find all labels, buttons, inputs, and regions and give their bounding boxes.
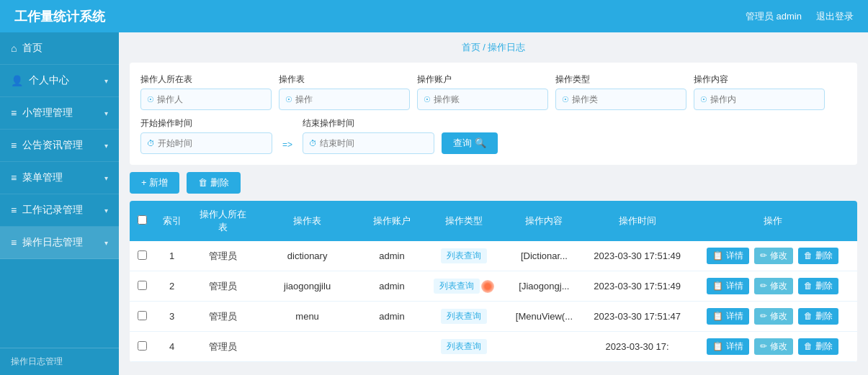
chevron-down-icon: ▾ [104, 239, 108, 247]
delete-button[interactable]: 🗑 删除 [798, 338, 838, 355]
sidebar-item-admin-mgmt[interactable]: ≡ 小管理管理 ▾ [0, 97, 119, 130]
row-action-cell: 📋 详情 ✏ 修改 🗑 删除 [688, 241, 857, 271]
chevron-down-icon: ▾ [104, 109, 108, 117]
row-time: 2023-03-30 17:51:49 [586, 271, 688, 302]
sidebar-item-work-mgmt[interactable]: ≡ 工作记录管理 ▾ [0, 194, 119, 227]
filter-input-op-content: ☉ [694, 89, 825, 110]
row-checkbox[interactable] [138, 341, 147, 351]
start-time-input[interactable] [158, 138, 266, 148]
detail-button[interactable]: 📋 详情 [707, 248, 748, 264]
filter-group-op-type: 操作类型 ☉ [555, 73, 686, 110]
add-button[interactable]: + 新增 [130, 172, 179, 194]
filter-label-operator-table: 操作人所在表 [140, 73, 272, 86]
logout-link[interactable]: 退出登录 [816, 10, 854, 23]
row-checkbox[interactable] [138, 281, 147, 290]
edit-button[interactable]: ✏ 修改 [754, 338, 792, 355]
delete-button[interactable]: 🗑 删除 [798, 308, 838, 325]
row-action-cell: 📋 详情 ✏ 修改 🗑 删除 [688, 332, 857, 362]
filter-group-operator-table: 操作人所在表 ☉ [140, 73, 272, 110]
sidebar-item-label: 工作记录管理 [22, 204, 83, 217]
header-index-col: 索引 [155, 201, 189, 241]
breadcrumb-separator: / [483, 42, 486, 53]
row-checkbox-cell [130, 271, 155, 302]
header-right: 管理员 admin 退出登录 [746, 10, 854, 23]
op-table-input[interactable] [295, 94, 403, 104]
filter-input-end-time: ⏱ [303, 132, 434, 154]
row-index: 4 [155, 332, 189, 362]
table-header-row: 索引 操作人所在表 操作表 操作账户 操作类型 操作内容 操作时间 操作 [130, 201, 857, 241]
delete-button[interactable]: 🗑 删除 [798, 278, 838, 294]
filter-label-start-time: 开始操作时间 [140, 117, 272, 130]
delete-button[interactable]: 🗑 删除 [798, 248, 838, 264]
data-table-wrap: 索引 操作人所在表 操作表 操作账户 操作类型 操作内容 操作时间 操作 1 管… [130, 201, 857, 362]
sidebar-item-personal[interactable]: 👤 个人中心 ▾ [0, 65, 119, 97]
row-account: admin [358, 271, 426, 302]
header-content-col: 操作内容 [502, 201, 586, 241]
header-time-col: 操作时间 [586, 201, 688, 241]
op-account-input[interactable] [434, 94, 542, 104]
arrow-separator: => [282, 140, 292, 154]
row-content: [Dictionar... [502, 241, 586, 271]
sidebar-bottom-label: 操作日志管理 [0, 348, 119, 375]
sidebar: ⌂ 首页 👤 个人中心 ▾ ≡ 小管理管理 ▾ ≡ 公告资讯管理 ▾ [0, 32, 119, 375]
layout: ⌂ 首页 👤 个人中心 ▾ ≡ 小管理管理 ▾ ≡ 公告资讯管理 ▾ [0, 32, 868, 375]
row-action-cell: 📋 详情 ✏ 修改 🗑 删除 [688, 271, 857, 302]
sidebar-item-log-mgmt[interactable]: ≡ 操作日志管理 ▾ [0, 227, 119, 259]
sidebar-item-label: 个人中心 [29, 74, 69, 87]
row-op-table: jiaogongjilu [256, 271, 358, 302]
row-account: admin [358, 302, 426, 332]
row-time: 2023-03-30 17:51:49 [586, 241, 688, 271]
header-op-table-col: 操作表 [256, 201, 358, 241]
row-content [502, 332, 586, 362]
row-type: 列表查询 [426, 241, 502, 271]
select-all-checkbox[interactable] [138, 215, 147, 225]
edit-button[interactable]: ✏ 修改 [754, 308, 792, 325]
filter-label-op-type: 操作类型 [555, 73, 686, 86]
sidebar-item-home[interactable]: ⌂ 首页 [0, 32, 119, 65]
operator-table-input[interactable] [157, 94, 265, 104]
cursor-indicator [481, 280, 494, 293]
row-content: [MenuView(... [502, 302, 586, 332]
row-checkbox[interactable] [138, 250, 147, 260]
filter-input-operator-table: ☉ [140, 89, 272, 110]
row-operator-table: 管理员 [189, 241, 256, 271]
filter-group-end-time: 结束操作时间 ⏱ [303, 117, 434, 154]
main-content: 首页 / 操作日志 操作人所在表 ☉ 操作表 ☉ [119, 32, 868, 375]
row-type: 列表查询 [426, 332, 502, 362]
query-button[interactable]: 查询 🔍 [442, 132, 498, 154]
detail-button[interactable]: 📋 详情 [707, 338, 748, 355]
row-type: 列表查询 [426, 302, 502, 332]
user-icon: ☉ [147, 95, 154, 104]
chevron-down-icon: ▾ [104, 77, 108, 85]
home-icon: ⌂ [11, 42, 17, 54]
sidebar-item-menu-mgmt[interactable]: ≡ 菜单管理 ▾ [0, 162, 119, 194]
edit-button[interactable]: ✏ 修改 [754, 278, 792, 294]
type-tag: 列表查询 [441, 248, 487, 263]
table-row: 4 管理员 列表查询 2023-03-30 17: 📋 详情 ✏ 修改 🗑 删除 [130, 332, 857, 362]
row-time: 2023-03-30 17: [586, 332, 688, 362]
detail-button[interactable]: 📋 详情 [707, 278, 748, 294]
row-operator-table: 管理员 [189, 271, 256, 302]
filter-input-start-time: ⏱ [140, 132, 272, 154]
action-bar: + 新增 🗑 删除 [130, 172, 857, 194]
table-row: 1 管理员 dictionary admin 列表查询 [Dictionar..… [130, 241, 857, 271]
menu-icon: ≡ [11, 140, 17, 151]
row-checkbox[interactable] [138, 311, 147, 320]
op-type-input[interactable] [572, 94, 680, 104]
breadcrumb-home[interactable]: 首页 [462, 42, 480, 53]
type-tag: 列表查询 [441, 309, 487, 324]
content-icon: ☉ [700, 95, 707, 104]
data-table: 索引 操作人所在表 操作表 操作账户 操作类型 操作内容 操作时间 操作 1 管… [130, 201, 857, 362]
filter-label-end-time: 结束操作时间 [303, 117, 434, 130]
sidebar-item-label: 菜单管理 [22, 171, 63, 184]
end-time-input[interactable] [320, 138, 428, 148]
detail-button[interactable]: 📋 详情 [707, 308, 748, 325]
row-account: admin [358, 241, 426, 271]
header-operator-table-col: 操作人所在表 [189, 201, 256, 241]
edit-button[interactable]: ✏ 修改 [754, 248, 792, 264]
op-content-input[interactable] [710, 94, 818, 104]
menu-icon: ≡ [11, 237, 17, 248]
batch-delete-button[interactable]: 🗑 删除 [187, 172, 241, 194]
sidebar-item-notice-mgmt[interactable]: ≡ 公告资讯管理 ▾ [0, 130, 119, 162]
chevron-down-icon: ▾ [104, 174, 108, 182]
